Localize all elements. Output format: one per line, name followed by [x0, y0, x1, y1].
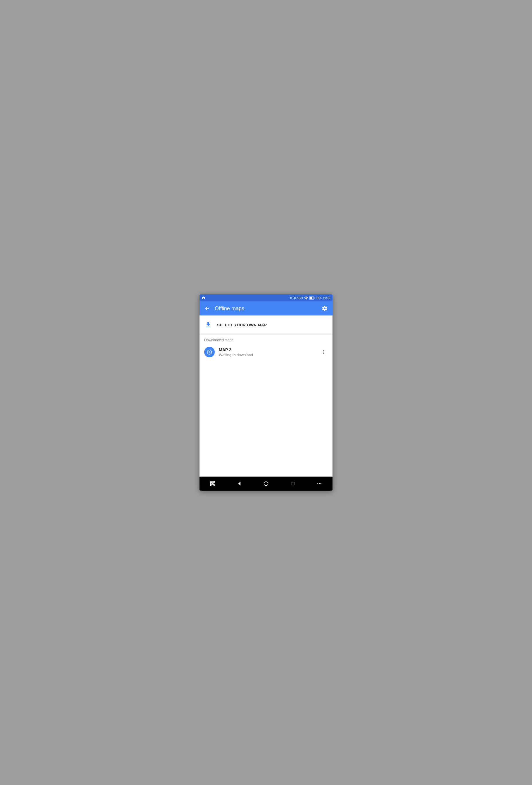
- recents-square-icon: [290, 481, 295, 486]
- settings-icon: [321, 305, 328, 312]
- network-speed: 0.00 KB/s: [290, 297, 303, 300]
- map-item-name: MAP 2: [219, 347, 320, 352]
- select-own-map-row[interactable]: SELECT YOUR OWN MAP: [200, 315, 332, 334]
- notification-icon: [202, 296, 205, 300]
- back-button[interactable]: [204, 305, 210, 311]
- svg-point-12: [264, 482, 268, 486]
- recents-button[interactable]: [287, 478, 299, 489]
- app-bar-title: Offline maps: [215, 305, 321, 312]
- system-back-button[interactable]: [233, 478, 245, 489]
- downloaded-maps-header: Downloaded maps: [200, 334, 332, 344]
- svg-point-0: [306, 299, 306, 300]
- map-item-info: MAP 2 Waiting to download: [219, 347, 320, 357]
- time: 19:30: [323, 297, 330, 300]
- svg-marker-11: [238, 482, 240, 486]
- svg-point-16: [320, 483, 321, 484]
- map-item-status: Waiting to download: [219, 353, 320, 357]
- more-vert-icon: [321, 349, 327, 355]
- wifi-icon: [304, 297, 308, 300]
- screenshot-button[interactable]: [207, 478, 219, 489]
- content-area: SELECT YOUR OWN MAP Downloaded maps MAP …: [200, 315, 332, 477]
- select-map-label: SELECT YOUR OWN MAP: [217, 323, 267, 327]
- map-status-icon: [204, 347, 215, 357]
- svg-point-15: [319, 483, 320, 484]
- battery-percent: 61%: [316, 297, 322, 300]
- map-list-item: MAP 2 Waiting to download: [200, 344, 332, 360]
- download-arrow-icon: [205, 321, 212, 328]
- map-item-more-button[interactable]: [320, 348, 328, 356]
- screenshot-icon: [210, 481, 216, 486]
- download-icon: [204, 321, 212, 329]
- home-button[interactable]: [260, 478, 272, 489]
- app-bar: Offline maps: [200, 301, 332, 315]
- triangle-back-icon: [237, 481, 242, 486]
- battery-icon: [309, 297, 314, 300]
- status-bar-left: [202, 296, 205, 300]
- home-circle-icon: [263, 481, 269, 486]
- settings-button[interactable]: [321, 305, 328, 312]
- status-bar: 0.00 KB/s 61% 19:30: [200, 295, 332, 301]
- svg-rect-3: [310, 297, 312, 299]
- back-arrow-icon: [204, 305, 210, 311]
- nav-bar: [200, 477, 332, 490]
- clock-icon: [206, 349, 212, 355]
- svg-point-14: [317, 483, 318, 484]
- status-bar-right: 0.00 KB/s 61% 19:30: [290, 297, 330, 300]
- nav-more-button[interactable]: [313, 478, 325, 489]
- device-frame: 0.00 KB/s 61% 19:30 Offline map: [200, 295, 332, 490]
- svg-rect-13: [291, 482, 294, 485]
- svg-rect-2: [314, 297, 314, 299]
- nav-more-icon: [317, 481, 322, 486]
